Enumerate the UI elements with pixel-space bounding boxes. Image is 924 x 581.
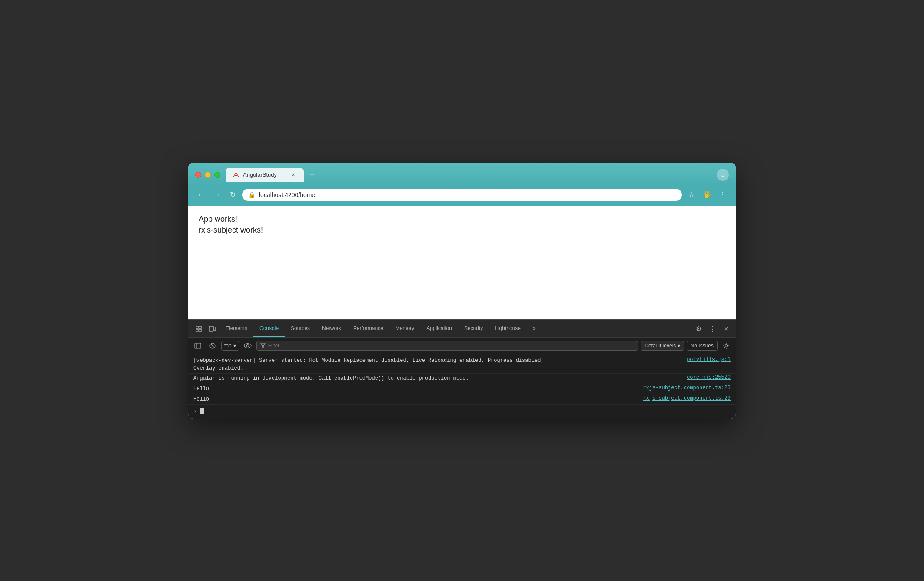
console-source-0[interactable]: polyfills.js:1 [687, 357, 731, 363]
svg-rect-8 [195, 343, 201, 348]
console-source-1[interactable]: core.mjs:25520 [687, 374, 731, 381]
console-prompt-icon: › [193, 407, 197, 414]
forward-button[interactable]: → [211, 189, 223, 201]
svg-marker-1 [234, 175, 237, 175]
console-toolbar: top ▾ Default levels ▾ No Issues [188, 338, 736, 354]
filter-icon [260, 343, 266, 348]
tab-application[interactable]: Application [420, 321, 458, 337]
inspect-element-button[interactable] [192, 320, 206, 337]
devtools-settings-button[interactable]: ⚙ [692, 323, 705, 335]
devtools-panel: Elements Console Sources Network Perform… [188, 319, 736, 419]
svg-rect-3 [196, 329, 198, 331]
app-works-text: App works! [199, 215, 725, 224]
console-message-3: Hello [193, 395, 636, 403]
issues-badge: No Issues [687, 341, 718, 351]
console-clear-button[interactable] [206, 340, 219, 352]
url-bar: 🔒 [242, 189, 682, 201]
tab-lighthouse[interactable]: Lighthouse [489, 321, 527, 337]
more-tabs-button[interactable]: » [527, 321, 542, 337]
console-cursor [200, 408, 204, 414]
devtools-more-button[interactable]: ⋮ [706, 323, 718, 335]
address-bar: ← → ↻ 🔒 ☆ 🖐 ⋮ [188, 185, 736, 206]
tab-sources[interactable]: Sources [285, 321, 316, 337]
tab-close-button[interactable]: × [290, 171, 297, 178]
filter-input[interactable] [268, 343, 635, 349]
rxjs-works-text: rxjs-subject works! [199, 226, 725, 235]
title-bar-top: AngularStudy × + ⌄ [195, 168, 729, 182]
minimize-window-button[interactable] [205, 172, 211, 178]
device-toolbar-button[interactable] [206, 320, 219, 337]
svg-rect-7 [214, 327, 216, 331]
console-output: [webpack-dev-server] Server started: Hot… [188, 354, 736, 419]
svg-line-11 [211, 344, 214, 347]
console-message-1: Angular is running in development mode. … [193, 374, 680, 382]
context-selector[interactable]: top ▾ [221, 341, 239, 351]
back-button[interactable]: ← [195, 189, 207, 201]
watch-expressions-button[interactable] [242, 340, 254, 352]
console-settings-button[interactable] [720, 340, 732, 352]
traffic-lights [195, 172, 220, 178]
angular-favicon-icon [233, 171, 239, 178]
lock-icon: 🔒 [248, 191, 256, 198]
tab-network[interactable]: Network [316, 321, 347, 337]
tab-elements[interactable]: Elements [219, 321, 253, 337]
reload-button[interactable]: ↻ [226, 189, 239, 201]
svg-rect-5 [199, 329, 201, 331]
console-sidebar-button[interactable] [192, 340, 204, 352]
title-bar: AngularStudy × + ⌄ [188, 163, 736, 185]
browser-window: AngularStudy × + ⌄ ← → ↻ 🔒 ☆ 🖐 ⋮ App wor… [188, 163, 736, 419]
devtools-right-icons: ⚙ ⋮ × [692, 323, 732, 335]
svg-rect-6 [209, 326, 213, 331]
console-row: Hello rxjs-subject.component.ts:29 [188, 394, 736, 405]
tab-security[interactable]: Security [458, 321, 489, 337]
svg-marker-0 [233, 172, 239, 177]
devtools-tabs: Elements Console Sources Network Perform… [188, 320, 736, 338]
svg-point-15 [725, 344, 728, 347]
tabs-row: AngularStudy × + ⌄ [226, 168, 729, 182]
svg-marker-14 [261, 344, 265, 348]
filter-input-container [256, 341, 638, 351]
console-row: Hello rxjs-subject.component.ts:23 [188, 384, 736, 394]
console-message-2: Hello [193, 385, 636, 393]
tab-title: AngularStudy [243, 171, 286, 178]
log-levels-selector[interactable]: Default levels ▾ [641, 341, 684, 351]
tab-expand-button[interactable]: ⌄ [717, 169, 729, 181]
console-message-0: [webpack-dev-server] Server started: Hot… [193, 357, 680, 372]
svg-point-12 [244, 343, 251, 348]
console-source-2[interactable]: rxjs-subject.component.ts:23 [643, 385, 731, 391]
new-tab-button[interactable]: + [306, 168, 319, 181]
console-row: [webpack-dev-server] Server started: Hot… [188, 356, 736, 374]
console-source-3[interactable]: rxjs-subject.component.ts:29 [643, 395, 731, 401]
svg-rect-4 [199, 326, 201, 328]
tab-performance[interactable]: Performance [347, 321, 389, 337]
close-window-button[interactable] [195, 172, 201, 178]
maximize-window-button[interactable] [214, 172, 220, 178]
svg-point-13 [246, 344, 249, 347]
page-content: App works! rxjs-subject works! [188, 206, 736, 319]
console-row: Angular is running in development mode. … [188, 374, 736, 384]
tab-memory[interactable]: Memory [389, 321, 420, 337]
console-input-row: › [188, 405, 736, 417]
bookmark-button[interactable]: ☆ [685, 189, 698, 201]
extension-button[interactable]: 🖐 [701, 189, 713, 201]
tab-console[interactable]: Console [253, 321, 285, 337]
svg-rect-2 [196, 326, 198, 328]
browser-menu-button[interactable]: ⋮ [717, 189, 729, 201]
browser-tab-angularstudy[interactable]: AngularStudy × [226, 168, 304, 182]
devtools-close-button[interactable]: × [720, 323, 732, 335]
url-input[interactable] [259, 191, 676, 198]
